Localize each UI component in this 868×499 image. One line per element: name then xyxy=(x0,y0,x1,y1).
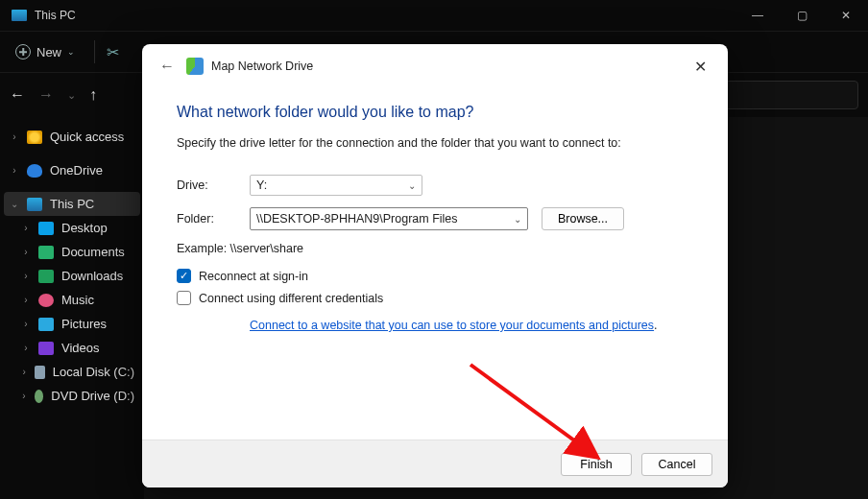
nav-up-button[interactable]: ↑ xyxy=(89,86,97,104)
doc-icon xyxy=(38,246,54,259)
drive-value: Y: xyxy=(256,178,267,192)
down-icon xyxy=(38,270,54,283)
cancel-button[interactable]: Cancel xyxy=(641,453,712,476)
sidebar-item-label: Quick access xyxy=(50,130,124,144)
dialog-body: What network folder would you like to ma… xyxy=(142,88,728,440)
reconnect-checkbox-row[interactable]: Reconnect at sign-in xyxy=(177,269,693,283)
sidebar-item-label: Desktop xyxy=(61,221,108,235)
drive-row: Drive: Y: ⌄ xyxy=(177,175,693,196)
link-period: . xyxy=(654,319,657,332)
toolbar-separator xyxy=(94,40,95,63)
window-titlebar: This PC — ▢ ✕ xyxy=(0,0,868,31)
sidebar-item-this-pc[interactable]: ⌄This PC xyxy=(4,192,140,216)
chevron-down-icon: ⌄ xyxy=(67,47,75,57)
expand-arrow-icon[interactable]: › xyxy=(10,165,19,176)
dvd-icon xyxy=(35,390,43,403)
pic-icon xyxy=(38,318,54,331)
different-credentials-checkbox-row[interactable]: Connect using different credentials xyxy=(177,291,693,305)
cloud-icon xyxy=(27,164,42,178)
chevron-down-icon: ⌄ xyxy=(408,180,416,191)
this-pc-icon xyxy=(12,10,27,21)
reconnect-label: Reconnect at sign-in xyxy=(199,270,308,283)
sidebar-item-pictures[interactable]: ›Pictures xyxy=(4,312,140,336)
sidebar-item-label: OneDrive xyxy=(50,163,103,178)
navigation-sidebar: ›Quick access›OneDrive⌄This PC›Desktop›D… xyxy=(0,117,144,499)
sidebar-item-downloads[interactable]: ›Downloads xyxy=(4,264,140,288)
expand-arrow-icon[interactable]: › xyxy=(21,223,31,233)
sidebar-item-label: Videos xyxy=(61,341,100,355)
sidebar-item-label: This PC xyxy=(50,197,94,211)
dialog-footer: Finish Cancel xyxy=(142,440,728,487)
nav-forward-button[interactable]: → xyxy=(38,86,54,104)
different-credentials-checkbox[interactable] xyxy=(177,291,191,305)
finish-button[interactable]: Finish xyxy=(561,453,632,476)
expand-arrow-icon[interactable]: › xyxy=(21,271,31,281)
pc-icon xyxy=(27,198,42,211)
reconnect-checkbox[interactable] xyxy=(177,269,191,283)
star-icon xyxy=(27,131,42,144)
sidebar-item-label: Music xyxy=(61,293,94,307)
folder-row: Folder: \\DESKTOP-8PHHAN9\Program Files … xyxy=(177,207,693,230)
dialog-title: Map Network Drive xyxy=(211,59,313,73)
dialog-subtitle: Specify the drive letter for the connect… xyxy=(177,136,693,150)
different-credentials-label: Connect using different credentials xyxy=(199,292,383,305)
expand-arrow-icon[interactable]: › xyxy=(21,343,31,353)
folder-combobox[interactable]: \\DESKTOP-8PHHAN9\Program Files ⌄ xyxy=(250,207,528,230)
drive-select[interactable]: Y: ⌄ xyxy=(250,175,422,196)
cancel-button-label: Cancel xyxy=(659,458,696,471)
drive-label: Drive: xyxy=(177,178,250,192)
desk-icon xyxy=(38,222,54,235)
minimize-button[interactable]: — xyxy=(735,0,780,31)
finish-button-label: Finish xyxy=(580,458,612,471)
minimize-icon: — xyxy=(752,9,763,22)
sidebar-item-desktop[interactable]: ›Desktop xyxy=(4,216,140,240)
sidebar-item-label: Documents xyxy=(61,245,125,259)
music-icon xyxy=(38,294,54,307)
window-title: This PC xyxy=(35,9,735,22)
expand-arrow-icon[interactable]: › xyxy=(21,247,31,257)
expand-arrow-icon[interactable]: › xyxy=(21,391,27,401)
sidebar-item-documents[interactable]: ›Documents xyxy=(4,240,140,264)
cut-icon[interactable]: ✂ xyxy=(107,43,119,61)
expand-arrow-icon[interactable]: › xyxy=(21,319,31,329)
sidebar-item-dvd-drive-d-[interactable]: ›DVD Drive (D:) xyxy=(4,384,140,408)
sidebar-item-local-disk-c-[interactable]: ›Local Disk (C:) xyxy=(4,360,140,384)
sidebar-item-label: Local Disk (C:) xyxy=(53,365,134,379)
expand-arrow-icon[interactable]: › xyxy=(21,295,31,305)
expand-arrow-icon[interactable]: › xyxy=(10,131,19,142)
folder-example: Example: \\server\share xyxy=(177,242,693,255)
maximize-button[interactable]: ▢ xyxy=(780,0,824,31)
map-network-drive-dialog: ← Map Network Drive ✕ What network folde… xyxy=(142,44,728,487)
browse-button[interactable]: Browse... xyxy=(542,207,624,230)
dialog-close-button[interactable]: ✕ xyxy=(685,52,716,82)
disk-icon xyxy=(35,366,44,379)
connect-website-link[interactable]: Connect to a website that you can use to… xyxy=(250,319,654,332)
sidebar-item-label: Downloads xyxy=(61,269,123,283)
nav-back-button[interactable]: ← xyxy=(10,86,25,104)
network-drive-icon xyxy=(186,58,204,75)
chevron-down-icon: ⌄ xyxy=(514,214,521,225)
sidebar-item-videos[interactable]: ›Videos xyxy=(4,336,140,360)
close-window-button[interactable]: ✕ xyxy=(824,0,868,31)
search-box[interactable] xyxy=(724,81,858,109)
nav-history-dropdown[interactable]: ⌄ xyxy=(67,89,76,102)
close-icon: ✕ xyxy=(841,9,851,22)
folder-label: Folder: xyxy=(177,212,250,226)
maximize-icon: ▢ xyxy=(797,9,808,22)
folder-value: \\DESKTOP-8PHHAN9\Program Files xyxy=(256,212,458,226)
vid-icon xyxy=(38,342,54,355)
sidebar-item-music[interactable]: ›Music xyxy=(4,288,140,312)
new-button[interactable]: New ⌄ xyxy=(8,40,83,63)
plus-circle-icon xyxy=(15,44,31,59)
sidebar-item-label: Pictures xyxy=(61,317,107,331)
dialog-back-button[interactable]: ← xyxy=(154,54,181,79)
sidebar-item-label: DVD Drive (D:) xyxy=(51,389,134,403)
expand-arrow-icon[interactable]: › xyxy=(21,367,27,377)
sidebar-item-onedrive[interactable]: ›OneDrive xyxy=(4,158,140,182)
dialog-heading: What network folder would you like to ma… xyxy=(177,104,693,121)
expand-arrow-icon[interactable]: ⌄ xyxy=(10,199,19,209)
website-link-row: Connect to a website that you can use to… xyxy=(250,319,693,332)
sidebar-item-quick-access[interactable]: ›Quick access xyxy=(4,125,140,149)
browse-button-label: Browse... xyxy=(558,212,608,226)
dialog-header: ← Map Network Drive ✕ xyxy=(142,44,728,88)
